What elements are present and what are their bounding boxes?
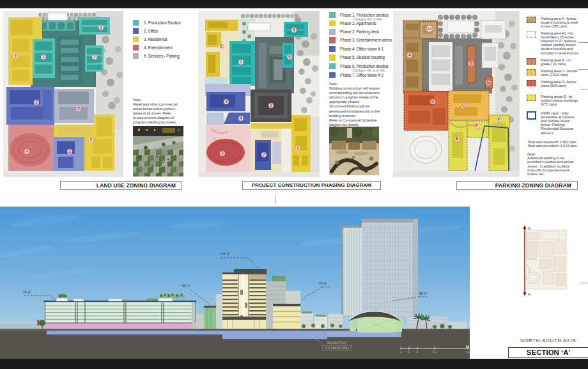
- svg-text:1: 1: [93, 54, 96, 59]
- svg-text:2: 2: [68, 149, 71, 153]
- svg-text:4: 4: [26, 149, 28, 153]
- svg-text:1: 1: [42, 54, 45, 59]
- svg-text:55'-0": 55'-0": [182, 284, 190, 288]
- svg-text:5: 5: [220, 44, 222, 49]
- svg-text:B: B: [470, 61, 473, 65]
- svg-text:60: 60: [416, 351, 419, 354]
- svg-text:A: A: [528, 292, 530, 296]
- svg-text:2: 2: [35, 100, 38, 104]
- svg-text:3: 3: [89, 137, 92, 142]
- svg-text:PROJECT 0'-0": PROJECT 0'-0": [327, 342, 347, 345]
- svg-text:170'-0": 170'-0": [220, 252, 230, 256]
- svg-text:1: 1: [240, 59, 242, 64]
- svg-text:4: 4: [240, 116, 242, 120]
- svg-text:C: C: [462, 103, 465, 107]
- svg-text:3: 3: [221, 151, 224, 155]
- svg-text:(372 ABOVE MSL): (372 ABOVE MSL): [325, 347, 349, 350]
- svg-text:A1: A1: [427, 27, 431, 31]
- svg-text:73'-6": 73'-6": [319, 281, 327, 285]
- svg-text:E: E: [476, 123, 479, 128]
- svg-text:E: E: [498, 118, 501, 122]
- svg-text:2: 2: [270, 103, 272, 107]
- svg-text:30: 30: [408, 351, 410, 354]
- svg-text:6: 6: [288, 54, 291, 59]
- svg-text:A: A: [528, 226, 530, 230]
- svg-text:7: 7: [263, 152, 265, 157]
- svg-text:100: 100: [433, 351, 437, 354]
- svg-text:D: D: [431, 99, 435, 104]
- svg-text:4: 4: [225, 99, 228, 104]
- svg-text:3: 3: [14, 54, 17, 58]
- svg-text:2: 2: [297, 145, 299, 150]
- svg-text:B: B: [487, 80, 490, 84]
- svg-text:5: 5: [77, 106, 80, 111]
- svg-text:74'-0": 74'-0": [23, 290, 31, 294]
- svg-text:6: 6: [293, 27, 295, 32]
- svg-text:A: A: [408, 52, 412, 57]
- svg-text:E: E: [456, 136, 459, 141]
- svg-text:63'-0": 63'-0": [419, 292, 428, 295]
- svg-text:0: 0: [400, 351, 401, 354]
- svg-text:200: 200: [466, 351, 470, 354]
- svg-text:1: 1: [100, 25, 102, 29]
